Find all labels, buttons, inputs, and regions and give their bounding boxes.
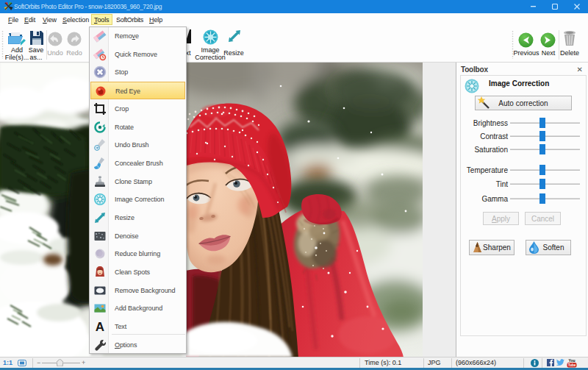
svg-text:You: You xyxy=(568,358,575,363)
svg-text:A: A xyxy=(96,320,104,333)
svg-text:Tube: Tube xyxy=(568,363,576,367)
